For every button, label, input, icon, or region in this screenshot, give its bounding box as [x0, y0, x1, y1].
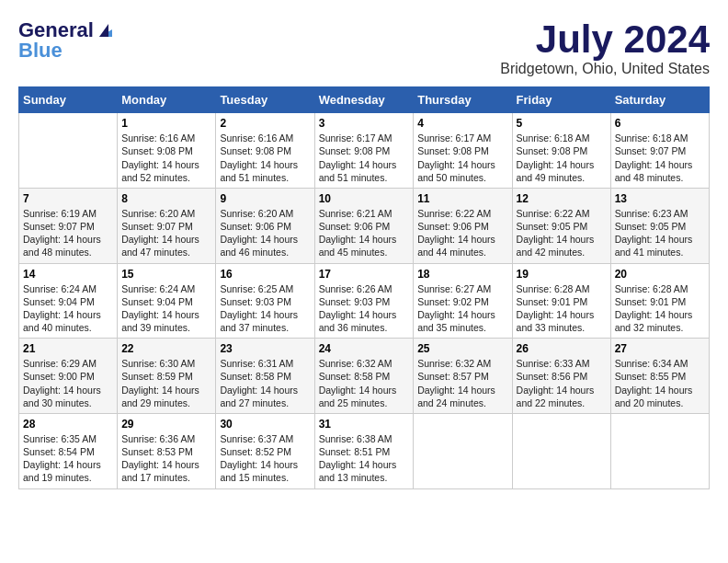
calendar-cell: 6Sunrise: 6:18 AMSunset: 9:07 PMDaylight…: [610, 113, 709, 189]
day-info: Sunrise: 6:25 AMSunset: 9:03 PMDaylight:…: [220, 282, 310, 335]
calendar-cell: 5Sunrise: 6:18 AMSunset: 9:08 PMDaylight…: [512, 113, 610, 189]
day-info: Sunrise: 6:22 AMSunset: 9:06 PMDaylight:…: [417, 207, 507, 259]
day-info: Sunrise: 6:34 AMSunset: 8:55 PMDaylight:…: [615, 357, 705, 409]
calendar-cell: 11Sunrise: 6:22 AMSunset: 9:06 PMDayligh…: [414, 188, 512, 263]
calendar-cell: 27Sunrise: 6:34 AMSunset: 8:55 PMDayligh…: [610, 339, 709, 414]
calendar-header-row: SundayMondayTuesdayWednesdayThursdayFrid…: [19, 87, 710, 113]
day-number: 11: [417, 192, 507, 205]
header-thursday: Thursday: [414, 87, 512, 113]
logo-triangle-icon: [96, 20, 116, 40]
calendar-week-3: 14Sunrise: 6:24 AMSunset: 9:04 PMDayligh…: [19, 263, 710, 339]
calendar-cell: 4Sunrise: 6:17 AMSunset: 9:08 PMDaylight…: [414, 113, 512, 189]
day-info: Sunrise: 6:20 AMSunset: 9:06 PMDaylight:…: [220, 207, 310, 259]
day-info: Sunrise: 6:21 AMSunset: 9:06 PMDaylight:…: [319, 207, 410, 259]
day-number: 3: [319, 117, 410, 130]
title-area: July 2024 Bridgetown, Ohio, United State…: [500, 18, 710, 77]
calendar-week-5: 28Sunrise: 6:35 AMSunset: 8:54 PMDayligh…: [19, 413, 710, 488]
header-wednesday: Wednesday: [314, 87, 414, 113]
day-number: 15: [121, 268, 211, 281]
calendar-cell: [610, 413, 709, 488]
day-info: Sunrise: 6:27 AMSunset: 9:02 PMDaylight:…: [417, 282, 507, 335]
calendar-cell: 30Sunrise: 6:37 AMSunset: 8:52 PMDayligh…: [216, 413, 314, 488]
location: Bridgetown, Ohio, United States: [500, 61, 710, 77]
logo-blue: Blue: [18, 39, 63, 63]
day-number: 25: [417, 342, 507, 355]
calendar-cell: 10Sunrise: 6:21 AMSunset: 9:06 PMDayligh…: [314, 188, 414, 263]
calendar-cell: 21Sunrise: 6:29 AMSunset: 9:00 PMDayligh…: [19, 339, 118, 414]
calendar-cell: 24Sunrise: 6:32 AMSunset: 8:58 PMDayligh…: [314, 339, 414, 414]
calendar-cell: 12Sunrise: 6:22 AMSunset: 9:05 PMDayligh…: [512, 188, 610, 263]
day-number: 13: [615, 192, 705, 205]
day-info: Sunrise: 6:28 AMSunset: 9:01 PMDaylight:…: [517, 282, 607, 335]
day-number: 8: [121, 192, 211, 205]
calendar-cell: [414, 413, 512, 488]
calendar-cell: 25Sunrise: 6:32 AMSunset: 8:57 PMDayligh…: [414, 339, 512, 414]
day-number: 16: [220, 268, 310, 281]
day-info: Sunrise: 6:38 AMSunset: 8:51 PMDaylight:…: [319, 432, 410, 485]
day-number: 19: [517, 268, 607, 281]
day-info: Sunrise: 6:28 AMSunset: 9:01 PMDaylight:…: [615, 282, 705, 335]
header-sunday: Sunday: [19, 87, 118, 113]
calendar-week-1: 1Sunrise: 6:16 AMSunset: 9:08 PMDaylight…: [19, 113, 710, 189]
calendar-cell: 13Sunrise: 6:23 AMSunset: 9:05 PMDayligh…: [610, 188, 709, 263]
month-title: July 2024: [500, 18, 710, 61]
day-info: Sunrise: 6:36 AMSunset: 8:53 PMDaylight:…: [121, 432, 211, 485]
calendar-cell: 28Sunrise: 6:35 AMSunset: 8:54 PMDayligh…: [19, 413, 118, 488]
calendar-week-4: 21Sunrise: 6:29 AMSunset: 9:00 PMDayligh…: [19, 339, 710, 414]
day-number: 12: [517, 192, 607, 205]
header: General Blue July 2024 Bridgetown, Ohio,…: [18, 18, 710, 77]
day-info: Sunrise: 6:16 AMSunset: 9:08 PMDaylight:…: [220, 132, 310, 184]
calendar-cell: 18Sunrise: 6:27 AMSunset: 9:02 PMDayligh…: [414, 263, 512, 339]
logo: General Blue: [18, 18, 116, 63]
day-number: 6: [615, 117, 705, 130]
day-number: 10: [319, 192, 410, 205]
calendar-cell: 29Sunrise: 6:36 AMSunset: 8:53 PMDayligh…: [118, 413, 216, 488]
day-number: 30: [220, 418, 310, 431]
day-number: 23: [220, 342, 310, 355]
day-info: Sunrise: 6:19 AMSunset: 9:07 PMDaylight:…: [23, 207, 113, 259]
day-info: Sunrise: 6:33 AMSunset: 8:56 PMDaylight:…: [517, 357, 607, 409]
calendar-cell: 19Sunrise: 6:28 AMSunset: 9:01 PMDayligh…: [512, 263, 610, 339]
day-number: 26: [517, 342, 607, 355]
calendar: SundayMondayTuesdayWednesdayThursdayFrid…: [18, 86, 710, 488]
day-info: Sunrise: 6:29 AMSunset: 9:00 PMDaylight:…: [23, 357, 113, 409]
day-number: 5: [517, 117, 607, 130]
svg-marker-1: [99, 24, 108, 37]
day-number: 22: [121, 342, 211, 355]
day-number: 1: [121, 117, 211, 130]
header-friday: Friday: [512, 87, 610, 113]
calendar-cell: 14Sunrise: 6:24 AMSunset: 9:04 PMDayligh…: [19, 263, 118, 339]
calendar-cell: 8Sunrise: 6:20 AMSunset: 9:07 PMDaylight…: [118, 188, 216, 263]
calendar-week-2: 7Sunrise: 6:19 AMSunset: 9:07 PMDaylight…: [19, 188, 710, 263]
day-info: Sunrise: 6:20 AMSunset: 9:07 PMDaylight:…: [121, 207, 211, 259]
day-number: 17: [319, 268, 410, 281]
day-number: 18: [417, 268, 507, 281]
day-info: Sunrise: 6:37 AMSunset: 8:52 PMDaylight:…: [220, 432, 310, 485]
day-info: Sunrise: 6:31 AMSunset: 8:58 PMDaylight:…: [220, 357, 310, 409]
calendar-cell: 1Sunrise: 6:16 AMSunset: 9:08 PMDaylight…: [118, 113, 216, 189]
day-info: Sunrise: 6:35 AMSunset: 8:54 PMDaylight:…: [23, 432, 113, 485]
day-number: 21: [23, 342, 113, 355]
day-info: Sunrise: 6:32 AMSunset: 8:58 PMDaylight:…: [319, 357, 410, 409]
calendar-cell: 26Sunrise: 6:33 AMSunset: 8:56 PMDayligh…: [512, 339, 610, 414]
day-info: Sunrise: 6:32 AMSunset: 8:57 PMDaylight:…: [417, 357, 507, 409]
header-tuesday: Tuesday: [216, 87, 314, 113]
calendar-cell: [19, 113, 118, 189]
day-number: 4: [417, 117, 507, 130]
day-number: 24: [319, 342, 410, 355]
day-info: Sunrise: 6:17 AMSunset: 9:08 PMDaylight:…: [319, 132, 410, 184]
calendar-cell: 20Sunrise: 6:28 AMSunset: 9:01 PMDayligh…: [610, 263, 709, 339]
calendar-cell: 7Sunrise: 6:19 AMSunset: 9:07 PMDaylight…: [19, 188, 118, 263]
calendar-cell: [512, 413, 610, 488]
day-number: 31: [319, 418, 410, 431]
calendar-cell: 16Sunrise: 6:25 AMSunset: 9:03 PMDayligh…: [216, 263, 314, 339]
header-saturday: Saturday: [610, 87, 709, 113]
calendar-cell: 3Sunrise: 6:17 AMSunset: 9:08 PMDaylight…: [314, 113, 414, 189]
day-number: 7: [23, 192, 113, 205]
day-number: 27: [615, 342, 705, 355]
calendar-cell: 15Sunrise: 6:24 AMSunset: 9:04 PMDayligh…: [118, 263, 216, 339]
day-info: Sunrise: 6:23 AMSunset: 9:05 PMDaylight:…: [615, 207, 705, 259]
calendar-cell: 9Sunrise: 6:20 AMSunset: 9:06 PMDaylight…: [216, 188, 314, 263]
day-number: 28: [23, 418, 113, 431]
day-info: Sunrise: 6:18 AMSunset: 9:08 PMDaylight:…: [517, 132, 607, 184]
